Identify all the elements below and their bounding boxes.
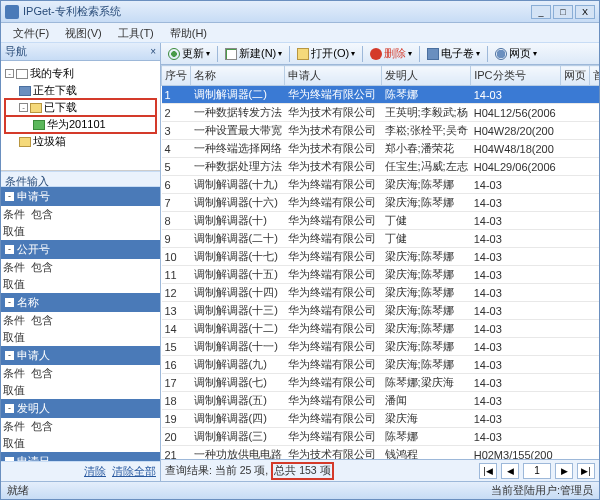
tree-node[interactable]: -已下载 bbox=[5, 99, 156, 116]
ebook-icon bbox=[427, 48, 439, 60]
expand-icon[interactable]: - bbox=[19, 103, 28, 112]
condition-group-header[interactable]: -发明人 bbox=[1, 399, 160, 418]
condition-header: 条件输入 bbox=[1, 171, 160, 187]
maximize-button[interactable]: □ bbox=[553, 5, 573, 19]
toolbar-del-button[interactable]: 删除▾ bbox=[366, 44, 416, 63]
expand-icon[interactable]: - bbox=[5, 69, 14, 78]
tree-node[interactable]: 华为201101 bbox=[5, 116, 156, 133]
condition-buttons: 清除 清除全部 bbox=[1, 461, 160, 481]
condition-row[interactable]: 条件包含 bbox=[1, 365, 160, 382]
toolbar-ebook-button[interactable]: 电子卷▾ bbox=[423, 44, 484, 63]
first-page-button[interactable]: |◀ bbox=[479, 463, 497, 479]
toolbar-open-button[interactable]: 打开(O)▾ bbox=[293, 44, 359, 63]
close-button[interactable]: X bbox=[575, 5, 595, 19]
tree-node[interactable]: 垃圾箱 bbox=[5, 133, 156, 150]
tree: -我的专利正在下载-已下载华为201101垃圾箱 bbox=[1, 61, 160, 171]
condition-group-header[interactable]: -名称 bbox=[1, 293, 160, 312]
table-row[interactable]: 5一种数据处理方法华为技术有限公司任宝生;冯威;左志H04L29/06(2006 bbox=[162, 158, 600, 176]
table-row[interactable]: 20调制解调器(三)华为终端有限公司陈琴娜14-03 bbox=[162, 428, 600, 446]
clear-all-button[interactable]: 清除全部 bbox=[112, 464, 156, 479]
menubar: 文件(F)视图(V)工具(T)帮助(H) bbox=[1, 23, 599, 43]
status-right: 当前登陆用户:管理员 bbox=[491, 483, 593, 498]
table-row[interactable]: 1调制解调器(二)华为终端有限公司陈琴娜14-03 bbox=[162, 86, 600, 104]
column-header[interactable]: 发明人 bbox=[382, 66, 471, 86]
column-header[interactable]: IPC分类号 bbox=[471, 66, 561, 86]
condition-row[interactable]: 取值 bbox=[1, 276, 160, 293]
prev-page-button[interactable]: ◀ bbox=[501, 463, 519, 479]
condition-group-header[interactable]: -申请号 bbox=[1, 187, 160, 206]
table-row[interactable]: 21一种功放供电电路华为技术有限公司钱鸿程H02M3/155(200 bbox=[162, 446, 600, 460]
table-row[interactable]: 18调制解调器(五)华为终端有限公司潘闻14-03 bbox=[162, 392, 600, 410]
toolbar-web-button[interactable]: 网页▾ bbox=[491, 44, 541, 63]
menu-item[interactable]: 工具(T) bbox=[110, 23, 162, 42]
table-row[interactable]: 13调制解调器(十三)华为终端有限公司梁庆海;陈琴娜14-03 bbox=[162, 302, 600, 320]
table-row[interactable]: 17调制解调器(七)华为终端有限公司陈琴娜;梁庆海14-03 bbox=[162, 374, 600, 392]
nav-panel: 导航 × -我的专利正在下载-已下载华为201101垃圾箱 条件输入 -申请号条… bbox=[1, 43, 161, 481]
condition-row[interactable]: 条件包含 bbox=[1, 418, 160, 435]
condition-row[interactable]: 取值 bbox=[1, 329, 160, 346]
minimize-button[interactable]: _ bbox=[531, 5, 551, 19]
condition-row[interactable]: 条件包含 bbox=[1, 312, 160, 329]
page-input[interactable] bbox=[523, 463, 551, 479]
collapse-icon[interactable]: - bbox=[5, 298, 14, 307]
table-row[interactable]: 9调制解调器(二十)华为终端有限公司丁健14-03 bbox=[162, 230, 600, 248]
chevron-down-icon: ▾ bbox=[408, 49, 412, 58]
table-row[interactable]: 6调制解调器(十九)华为终端有限公司梁庆海;陈琴娜14-03 bbox=[162, 176, 600, 194]
last-page-button[interactable]: ▶| bbox=[577, 463, 595, 479]
condition-list: -申请号条件包含取值-公开号条件包含取值-名称条件包含取值-申请人条件包含取值-… bbox=[1, 187, 160, 461]
table-row[interactable]: 2一种数据转发方法华为技术有限公司王英明;李毅武;杨H04L12/56(2006 bbox=[162, 104, 600, 122]
table-row[interactable]: 4一种终端选择网络华为技术有限公司郑小春;潘荣花H04W48/18(200 bbox=[162, 140, 600, 158]
tree-label: 华为201101 bbox=[47, 117, 106, 132]
chevron-down-icon: ▾ bbox=[278, 49, 282, 58]
condition-group-header[interactable]: -申请日 bbox=[1, 452, 160, 461]
collapse-icon[interactable]: - bbox=[5, 351, 14, 360]
column-header[interactable]: 申请人 bbox=[285, 66, 382, 86]
tree-node[interactable]: -我的专利 bbox=[5, 65, 156, 82]
table-row[interactable]: 12调制解调器(十四)华为终端有限公司梁庆海;陈琴娜14-03 bbox=[162, 284, 600, 302]
chevron-down-icon: ▾ bbox=[351, 49, 355, 58]
condition-row[interactable]: 取值 bbox=[1, 223, 160, 240]
collapse-icon[interactable]: - bbox=[5, 404, 14, 413]
next-page-button[interactable]: ▶ bbox=[555, 463, 573, 479]
column-header[interactable]: 序号 bbox=[162, 66, 191, 86]
menu-item[interactable]: 文件(F) bbox=[5, 23, 57, 42]
collapse-icon[interactable]: - bbox=[5, 245, 14, 254]
nav-panel-header: 导航 × bbox=[1, 43, 160, 61]
toolbar-refresh-button[interactable]: 更新▾ bbox=[164, 44, 214, 63]
blue-icon bbox=[19, 86, 31, 96]
column-header[interactable]: 名称 bbox=[191, 66, 285, 86]
condition-row[interactable]: 取值 bbox=[1, 382, 160, 399]
table-row[interactable]: 8调制解调器(十)华为终端有限公司丁健14-03 bbox=[162, 212, 600, 230]
data-grid[interactable]: 序号名称申请人发明人IPC分类号网页首页附图 1调制解调器(二)华为终端有限公司… bbox=[161, 65, 599, 459]
menu-item[interactable]: 视图(V) bbox=[57, 23, 110, 42]
clear-button[interactable]: 清除 bbox=[84, 464, 106, 479]
chevron-down-icon: ▾ bbox=[533, 49, 537, 58]
condition-row[interactable]: 取值 bbox=[1, 435, 160, 452]
condition-group-header[interactable]: -申请人 bbox=[1, 346, 160, 365]
open-icon bbox=[297, 48, 309, 60]
tree-label: 正在下载 bbox=[33, 83, 77, 98]
column-header[interactable]: 网页 bbox=[560, 66, 589, 86]
table-row[interactable]: 7调制解调器(十六)华为终端有限公司梁庆海;陈琴娜14-03 bbox=[162, 194, 600, 212]
window-title: IPGet-专利检索系统 bbox=[23, 4, 531, 19]
result-total: 总共 153 项 bbox=[272, 463, 332, 479]
table-row[interactable]: 19调制解调器(四)华为终端有限公司梁庆海14-03 bbox=[162, 410, 600, 428]
nav-panel-close-icon[interactable]: × bbox=[150, 46, 156, 57]
toolbar-new-button[interactable]: 新建(N)▾ bbox=[221, 44, 286, 63]
table-row[interactable]: 11调制解调器(十五)华为终端有限公司梁庆海;陈琴娜14-03 bbox=[162, 266, 600, 284]
table-row[interactable]: 14调制解调器(十二)华为终端有限公司梁庆海;陈琴娜14-03 bbox=[162, 320, 600, 338]
app-window: IPGet-专利检索系统 _ □ X 文件(F)视图(V)工具(T)帮助(H) … bbox=[0, 0, 600, 500]
table-row[interactable]: 15调制解调器(十一)华为终端有限公司梁庆海;陈琴娜14-03 bbox=[162, 338, 600, 356]
collapse-icon[interactable]: - bbox=[5, 192, 14, 201]
titlebar: IPGet-专利检索系统 _ □ X bbox=[1, 1, 599, 23]
menu-item[interactable]: 帮助(H) bbox=[162, 23, 215, 42]
tree-node[interactable]: 正在下载 bbox=[5, 82, 156, 99]
condition-group-header[interactable]: -公开号 bbox=[1, 240, 160, 259]
condition-row[interactable]: 条件包含 bbox=[1, 259, 160, 276]
status-left: 就绪 bbox=[7, 483, 29, 498]
condition-row[interactable]: 条件包含 bbox=[1, 206, 160, 223]
table-row[interactable]: 16调制解调器(九)华为终端有限公司梁庆海;陈琴娜14-03 bbox=[162, 356, 600, 374]
table-row[interactable]: 3一种设置最大带宽华为技术有限公司李崧;张栓平;吴奇H04W28/20(200 bbox=[162, 122, 600, 140]
column-header[interactable]: 首页 bbox=[589, 66, 599, 86]
table-row[interactable]: 10调制解调器(十七)华为终端有限公司梁庆海;陈琴娜14-03 bbox=[162, 248, 600, 266]
